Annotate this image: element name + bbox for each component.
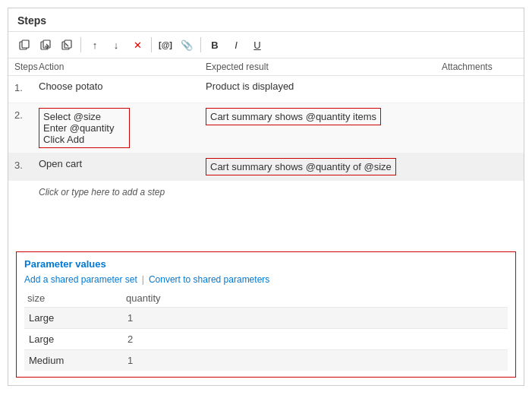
steps-table: 1. Choose potato Product is displayed 2.…	[8, 76, 524, 245]
italic-button[interactable]: I	[226, 35, 246, 55]
attach-button[interactable]: 📎	[177, 35, 197, 55]
list-item: Large 1	[24, 307, 508, 328]
step-1-action[interactable]: Choose potato	[39, 81, 206, 92]
steps-table-header: Steps Action Expected result Attachments	[8, 58, 524, 76]
step-3-action[interactable]: Open cart	[39, 158, 206, 169]
step-3-result-outlined[interactable]: Cart summary shows @quantity of @size	[206, 158, 396, 175]
col-action: Action	[39, 62, 206, 72]
step-2-result-outlined[interactable]: Cart summary shows @quantity items	[206, 108, 381, 125]
add-step-text[interactable]: Click or type here to add a step	[39, 187, 165, 198]
step-2-result[interactable]: Cart summary shows @quantity items	[206, 108, 442, 125]
toolbar: ↑ ↓ ✕ [@] 📎 B I U	[8, 32, 524, 58]
move-down-button[interactable]: ↓	[106, 35, 126, 55]
parameter-values-section: Parameter values Add a shared parameter …	[16, 251, 516, 378]
toolbar-separator-2	[151, 37, 152, 52]
cut-icon[interactable]	[57, 35, 77, 55]
copy-icon[interactable]	[14, 35, 34, 55]
param-section-title: Parameter values	[24, 258, 508, 270]
step-2-action[interactable]: Select @sizeEnter @quantityClick Add	[39, 108, 206, 148]
param-row-3-size[interactable]: Medium	[24, 352, 123, 369]
step-1-result[interactable]: Product is displayed	[206, 81, 442, 92]
underline-button[interactable]: U	[247, 35, 267, 55]
bold-button[interactable]: B	[205, 35, 225, 55]
table-row: 2. Select @sizeEnter @quantityClick Add …	[8, 103, 524, 153]
paste-with-arrow-icon[interactable]	[36, 35, 55, 55]
convert-to-shared-link[interactable]: Convert to shared parameters	[149, 274, 269, 285]
param-link-divider: |	[142, 274, 144, 285]
step-number-2: 2.	[14, 108, 39, 121]
step-3-result[interactable]: Cart summary shows @quantity of @size	[206, 158, 442, 175]
list-item: Medium 1	[24, 349, 508, 371]
section-title: Steps	[8, 8, 524, 32]
param-row-1-size[interactable]: Large	[24, 309, 123, 327]
param-row-2-size[interactable]: Large	[24, 330, 123, 348]
step-number-1: 1.	[14, 81, 39, 93]
col-steps: Steps	[14, 62, 39, 72]
col-attachments: Attachments	[442, 62, 518, 72]
table-row: 1. Choose potato Product is displayed	[8, 76, 524, 103]
move-up-button[interactable]: ↑	[85, 35, 105, 55]
add-shared-param-link[interactable]: Add a shared parameter set	[24, 274, 137, 285]
toolbar-separator-3	[200, 37, 201, 52]
toolbar-separator-1	[80, 37, 81, 52]
param-col-quantity: quantity	[126, 292, 225, 304]
param-links: Add a shared parameter set | Convert to …	[24, 274, 508, 285]
col-result: Expected result	[206, 62, 442, 72]
svg-rect-1	[22, 40, 29, 48]
param-row-1-quantity[interactable]: 1	[123, 309, 222, 327]
param-row-3-quantity[interactable]: 1	[123, 352, 222, 369]
param-col-size: size	[27, 292, 126, 304]
param-row-2-quantity[interactable]: 2	[123, 330, 222, 348]
delete-button[interactable]: ✕	[127, 35, 147, 55]
add-step-row[interactable]: Click or type here to add a step	[8, 181, 524, 202]
step-number-3: 3.	[14, 158, 39, 171]
table-row: 3. Open cart Cart summary shows @quantit…	[8, 153, 524, 181]
step-2-action-outlined[interactable]: Select @sizeEnter @quantityClick Add	[39, 108, 130, 148]
insert-param-button[interactable]: [@]	[156, 35, 175, 55]
param-table-header: size quantity	[24, 291, 508, 305]
list-item: Large 2	[24, 328, 508, 349]
